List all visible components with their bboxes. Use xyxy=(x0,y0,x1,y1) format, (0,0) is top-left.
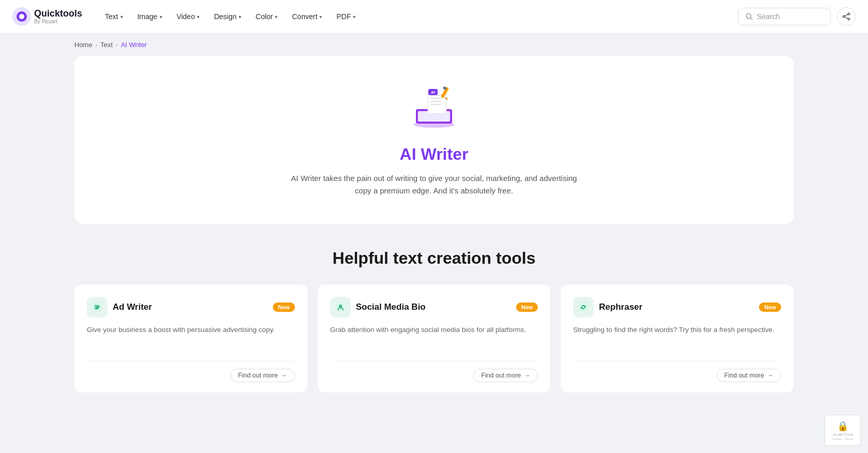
tool-card-footer: Find out more → xyxy=(573,360,781,382)
hero-title: AI Writer xyxy=(95,145,773,164)
tool-icon-wrap xyxy=(330,297,351,318)
nav-item-pdf[interactable]: PDF ▾ xyxy=(330,9,362,24)
tool-desc-social-media-bio: Grab attention with engaging social medi… xyxy=(330,325,538,350)
svg-point-6 xyxy=(843,16,845,18)
nav-item-color[interactable]: Color ▾ xyxy=(250,9,284,24)
tool-title-row: Ad Writer xyxy=(87,297,152,318)
nav-item-text[interactable]: Text ▾ xyxy=(99,9,129,24)
nav-item-convert[interactable]: Convert ▾ xyxy=(286,9,328,24)
share-button[interactable] xyxy=(837,7,856,26)
nav-links: Text ▾ Image ▾ Video ▾ Design ▾ Color ▾ … xyxy=(99,9,738,24)
ai-writer-illustration: AI xyxy=(403,81,465,132)
svg-rect-28 xyxy=(579,303,587,311)
svg-line-4 xyxy=(751,18,753,20)
find-out-more-rephraser[interactable]: Find out more → xyxy=(717,369,781,382)
breadcrumb-home[interactable]: Home xyxy=(74,41,92,49)
arrow-icon: → xyxy=(281,372,287,379)
recaptcha-icon: 🔒 xyxy=(837,420,848,432)
find-out-more-ad-writer[interactable]: Find out more → xyxy=(230,369,295,382)
badge-new-social-media-bio: New xyxy=(516,303,538,312)
ad-writer-icon xyxy=(91,301,103,313)
tool-cards: Ad Writer New Give your business a boost… xyxy=(74,284,794,392)
breadcrumb-sep-2: › xyxy=(116,42,118,48)
tool-title-row: Social Media Bio xyxy=(330,297,426,318)
svg-text:AI: AI xyxy=(431,90,435,95)
search-box[interactable]: Search xyxy=(738,8,831,25)
share-icon xyxy=(842,12,850,21)
chevron-down-icon: ▾ xyxy=(275,14,277,20)
chevron-down-icon: ▾ xyxy=(353,14,355,20)
chevron-down-icon: ▾ xyxy=(197,14,199,20)
breadcrumb: Home › Text › AI Writer xyxy=(0,34,868,56)
breadcrumb-text[interactable]: Text xyxy=(100,41,113,49)
rephraser-icon xyxy=(578,301,589,313)
arrow-icon: → xyxy=(524,372,530,379)
breadcrumb-current: AI Writer xyxy=(121,41,147,49)
svg-point-5 xyxy=(848,13,850,15)
tool-desc-ad-writer: Give your business a boost with persuasi… xyxy=(87,325,295,350)
badge-new-rephraser: New xyxy=(759,303,781,312)
tool-name-social-media-bio: Social Media Bio xyxy=(356,302,426,312)
hero-illustration: AI xyxy=(403,81,465,132)
nav-item-video[interactable]: Video ▾ xyxy=(171,9,206,24)
nav-item-design[interactable]: Design ▾ xyxy=(208,9,247,24)
badge-new-ad-writer: New xyxy=(273,303,295,312)
svg-point-2 xyxy=(19,14,24,19)
tool-card-social-media-bio[interactable]: Social Media Bio New Grab attention with… xyxy=(318,284,551,392)
svg-line-8 xyxy=(845,14,848,16)
tool-card-rephraser[interactable]: Rephraser New Struggling to find the rig… xyxy=(561,284,794,392)
section-title: Helpful text creation tools xyxy=(74,249,794,268)
find-out-more-social-media-bio[interactable]: Find out more → xyxy=(473,369,538,382)
chevron-down-icon: ▾ xyxy=(160,14,162,20)
logo[interactable]: Quicktools By Picsart xyxy=(12,7,82,26)
tool-card-header: Rephraser New xyxy=(573,297,781,318)
tool-card-footer: Find out more → xyxy=(87,360,295,382)
main-content: AI AI Writer AI Writer takes the pain ou… xyxy=(0,56,868,413)
logo-sub: By Picsart xyxy=(34,19,82,24)
svg-line-9 xyxy=(845,17,848,19)
recaptcha-terms: Privacy · Terms xyxy=(832,437,854,441)
recaptcha-badge: 🔒 reCAPTCHA Privacy · Terms xyxy=(825,415,861,446)
tool-desc-rephraser: Struggling to find the right words? Try … xyxy=(573,325,781,350)
recaptcha-text: reCAPTCHA xyxy=(832,433,853,436)
tool-icon-wrap xyxy=(573,297,594,318)
social-media-bio-icon xyxy=(335,301,346,313)
tool-name-rephraser: Rephraser xyxy=(599,302,642,312)
tool-title-row: Rephraser xyxy=(573,297,642,318)
tool-name-ad-writer: Ad Writer xyxy=(113,302,152,312)
tool-card-ad-writer[interactable]: Ad Writer New Give your business a boost… xyxy=(74,284,307,392)
search-placeholder: Search xyxy=(757,12,780,21)
breadcrumb-sep-1: › xyxy=(96,42,98,48)
hero-card: AI AI Writer AI Writer takes the pain ou… xyxy=(74,56,794,224)
tool-icon-wrap xyxy=(87,297,107,318)
tool-card-header: Ad Writer New xyxy=(87,297,295,318)
navbar: Quicktools By Picsart Text ▾ Image ▾ Vid… xyxy=(0,0,868,34)
nav-item-image[interactable]: Image ▾ xyxy=(131,9,168,24)
chevron-down-icon: ▾ xyxy=(239,14,241,20)
tool-card-footer: Find out more → xyxy=(330,360,538,382)
logo-name: Quicktools xyxy=(34,9,82,19)
svg-point-27 xyxy=(339,305,342,308)
hero-description: AI Writer takes the pain out of writing … xyxy=(289,172,579,197)
chevron-down-icon: ▾ xyxy=(319,14,322,20)
search-icon xyxy=(746,13,753,20)
navbar-actions: Search xyxy=(738,7,856,26)
arrow-icon: → xyxy=(767,372,773,379)
tool-card-header: Social Media Bio New xyxy=(330,297,538,318)
chevron-down-icon: ▾ xyxy=(120,14,123,20)
svg-point-7 xyxy=(848,18,850,20)
